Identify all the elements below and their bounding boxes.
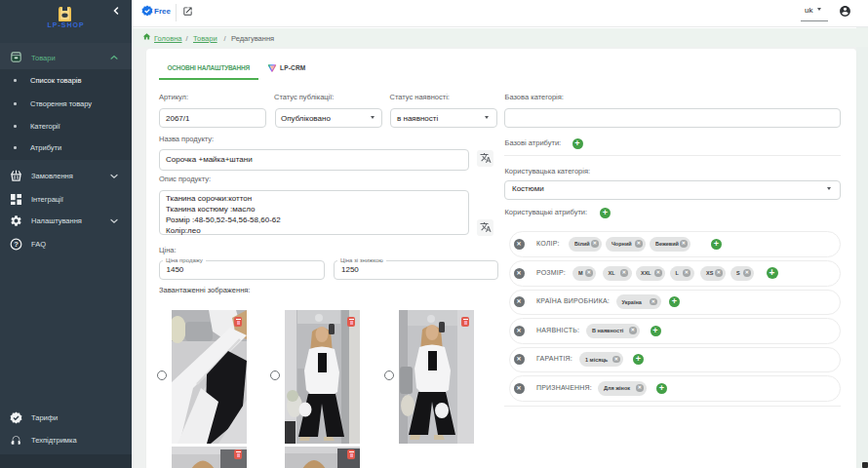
svg-text:?: ? xyxy=(14,240,19,249)
